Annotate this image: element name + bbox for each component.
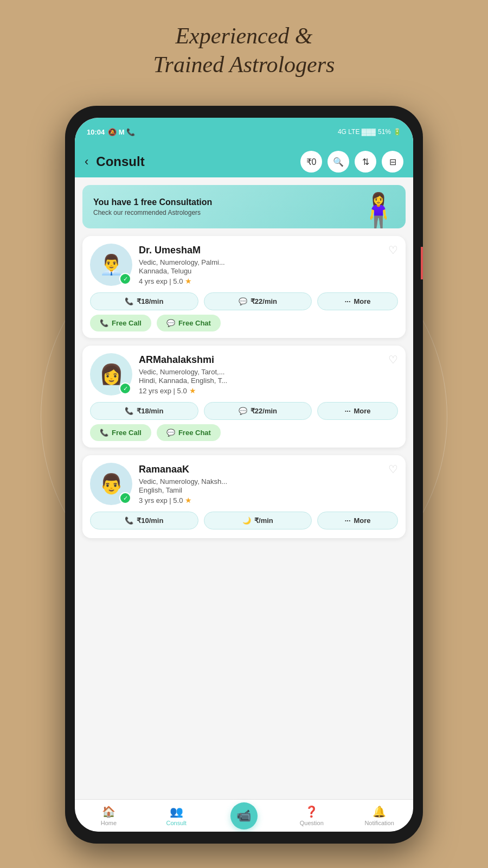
free-chat-button-2[interactable]: 💬 Free Chat bbox=[157, 424, 221, 441]
wallet-button[interactable]: ₹0 bbox=[300, 151, 322, 173]
astrologer-name-3: RamanaaK bbox=[139, 464, 189, 475]
nav-question[interactable]: ❓ Question bbox=[278, 803, 345, 828]
sort-icon: ⇅ bbox=[362, 157, 369, 167]
header-line1: Experienced & bbox=[0, 22, 488, 50]
header-line2: Trained Astrologers bbox=[0, 50, 488, 79]
home-label: Home bbox=[101, 820, 117, 826]
verified-badge-2: ✓ bbox=[119, 382, 131, 394]
favorite-button-1[interactable]: ♡ bbox=[388, 244, 398, 257]
back-button[interactable]: ‹ bbox=[85, 155, 88, 169]
free-call-label-2: Free Call bbox=[112, 429, 142, 437]
status-time: 10:04 bbox=[87, 128, 105, 136]
free-chat-label-2: Free Chat bbox=[178, 429, 211, 437]
nav-consult[interactable]: 👥 Consult bbox=[143, 803, 210, 828]
top-nav: ‹ Consult ₹0 🔍 ⇅ ⊟ bbox=[75, 146, 413, 177]
question-label: Question bbox=[300, 820, 324, 826]
free-chat-icon-1: 💬 bbox=[166, 319, 175, 327]
banner-person-icon: 🧍‍♀️ bbox=[357, 194, 400, 228]
free-call-icon-1: 📞 bbox=[100, 319, 108, 327]
more-icon-3: ··· bbox=[345, 516, 351, 525]
star-icon-1: ★ bbox=[185, 277, 192, 285]
call-rate-2: ₹18/min bbox=[137, 407, 163, 415]
action-row-2: 📞 ₹18/min 💬 ₹22/min ··· More bbox=[90, 402, 398, 420]
card-name-row-2: ARMahalakshmi ♡ bbox=[139, 353, 398, 366]
search-button[interactable]: 🔍 bbox=[328, 151, 349, 173]
phone-screen: 10:04 🔕 M 📞 4G LTE ▓▓▓ 51% 🔋 ‹ Consult ₹… bbox=[75, 118, 413, 832]
astrologer-name-2: ARMahalakshmi bbox=[139, 354, 214, 366]
phone-icon-1: 📞 bbox=[125, 297, 133, 305]
search-icon: 🔍 bbox=[333, 157, 344, 167]
chat-button-3[interactable]: 🌙 ₹/min bbox=[204, 512, 312, 529]
astrologer-card-2: 👩 ✓ ARMahalakshmi ♡ Vedic, Numerology, T… bbox=[82, 346, 406, 448]
side-button bbox=[421, 247, 423, 279]
nav-home[interactable]: 🏠 Home bbox=[75, 803, 143, 828]
astrologer-exp-1: 4 yrs exp | 5.0 ★ bbox=[139, 277, 398, 285]
more-label-2: More bbox=[354, 407, 371, 415]
more-button-3[interactable]: ··· More bbox=[317, 512, 398, 529]
nav-notification[interactable]: 🔔 Notification bbox=[345, 803, 413, 828]
card-top-2: 👩 ✓ ARMahalakshmi ♡ Vedic, Numerology, T… bbox=[90, 353, 398, 395]
free-call-button-1[interactable]: 📞 Free Call bbox=[90, 315, 151, 331]
more-icon-1: ··· bbox=[345, 297, 351, 305]
free-call-button-2[interactable]: 📞 Free Call bbox=[90, 424, 151, 441]
call-rate-1: ₹18/min bbox=[137, 297, 163, 305]
chat-icon-1: 💬 bbox=[239, 297, 247, 305]
call-button-3[interactable]: 📞 ₹10/min bbox=[90, 512, 198, 529]
call-button-1[interactable]: 📞 ₹18/min bbox=[90, 292, 198, 310]
consult-label: Consult bbox=[166, 820, 187, 826]
astrologer-languages-3: English, Tamil bbox=[139, 486, 398, 494]
status-bar: 10:04 🔕 M 📞 4G LTE ▓▓▓ 51% 🔋 bbox=[75, 118, 413, 146]
astrologer-card-1: 👨‍💼 ✓ Dr. UmeshaM ♡ Vedic, Numerology, P… bbox=[82, 236, 406, 338]
chat-rate-2: ₹22/min bbox=[251, 407, 277, 415]
free-row-2: 📞 Free Call 💬 Free Chat bbox=[90, 424, 398, 441]
free-chat-button-1[interactable]: 💬 Free Chat bbox=[157, 315, 221, 331]
video-button[interactable]: 📹 bbox=[230, 802, 258, 829]
chat-button-1[interactable]: 💬 ₹22/min bbox=[204, 292, 312, 310]
home-icon: 🏠 bbox=[102, 805, 115, 818]
action-row-1: 📞 ₹18/min 💬 ₹22/min ··· More bbox=[90, 292, 398, 310]
phone-icon-2: 📞 bbox=[125, 407, 133, 415]
astrologer-languages-1: Kannada, Telugu bbox=[139, 267, 398, 275]
card-top-1: 👨‍💼 ✓ Dr. UmeshaM ♡ Vedic, Numerology, P… bbox=[90, 244, 398, 286]
card-top-3: 👨 ✓ RamanaaK ♡ Vedic, Numerology, Naksh.… bbox=[90, 463, 398, 505]
sort-button[interactable]: ⇅ bbox=[355, 151, 376, 173]
notification-label: Notification bbox=[364, 820, 394, 826]
exp-text-3: 3 yrs exp | 5.0 bbox=[139, 496, 183, 505]
more-button-2[interactable]: ··· More bbox=[317, 402, 398, 420]
consult-icon: 👥 bbox=[170, 805, 183, 818]
star-icon-3: ★ bbox=[185, 496, 192, 505]
wallet-label: ₹0 bbox=[306, 157, 317, 167]
action-row-3: 📞 ₹10/min 🌙 ₹/min ··· More bbox=[90, 512, 398, 529]
nav-video-center: 📹 bbox=[210, 802, 278, 829]
astrologer-specialty-1: Vedic, Numerology, Palmi... bbox=[139, 258, 398, 266]
battery-level: 51% bbox=[378, 128, 391, 136]
astrologer-name-1: Dr. UmeshaM bbox=[139, 245, 201, 256]
exp-text-1: 4 yrs exp | 5.0 bbox=[139, 277, 183, 285]
status-right: 4G LTE ▓▓▓ 51% 🔋 bbox=[338, 128, 401, 136]
chat-button-2[interactable]: 💬 ₹22/min bbox=[204, 402, 312, 420]
filter-button[interactable]: ⊟ bbox=[382, 151, 403, 173]
chat-rate-partial-3: ₹/min bbox=[254, 516, 273, 525]
favorite-button-3[interactable]: ♡ bbox=[388, 463, 398, 476]
status-left: 10:04 🔕 M 📞 bbox=[87, 128, 135, 136]
verified-badge-3: ✓ bbox=[119, 492, 131, 504]
card-info-2: ARMahalakshmi ♡ Vedic, Numerology, Tarot… bbox=[139, 353, 398, 395]
chat-icon-3: 🌙 bbox=[242, 516, 251, 525]
free-chat-label-1: Free Chat bbox=[178, 319, 211, 327]
favorite-button-2[interactable]: ♡ bbox=[388, 353, 398, 366]
more-button-1[interactable]: ··· More bbox=[317, 292, 398, 310]
astrologer-specialty-2: Vedic, Numerology, Tarot,... bbox=[139, 368, 398, 376]
free-row-1: 📞 Free Call 💬 Free Chat bbox=[90, 315, 398, 331]
nav-title: Consult bbox=[96, 154, 295, 169]
astrologer-specialty-3: Vedic, Numerology, Naksh... bbox=[139, 477, 398, 486]
free-chat-icon-2: 💬 bbox=[166, 429, 175, 437]
scroll-content: You have 1 free Consultation Check our r… bbox=[75, 177, 413, 799]
call-button-2[interactable]: 📞 ₹18/min bbox=[90, 402, 198, 420]
status-icons: 🔕 M 📞 bbox=[108, 128, 135, 136]
chat-icon-2: 💬 bbox=[239, 407, 247, 415]
verified-badge-1: ✓ bbox=[119, 273, 131, 285]
promo-banner[interactable]: You have 1 free Consultation Check our r… bbox=[82, 185, 406, 228]
avatar-wrap-3: 👨 ✓ bbox=[90, 463, 132, 505]
bottom-nav: 🏠 Home 👥 Consult 📹 ❓ Question 🔔 Notifica… bbox=[75, 799, 413, 832]
phone-frame: 10:04 🔕 M 📞 4G LTE ▓▓▓ 51% 🔋 ‹ Consult ₹… bbox=[65, 106, 423, 844]
